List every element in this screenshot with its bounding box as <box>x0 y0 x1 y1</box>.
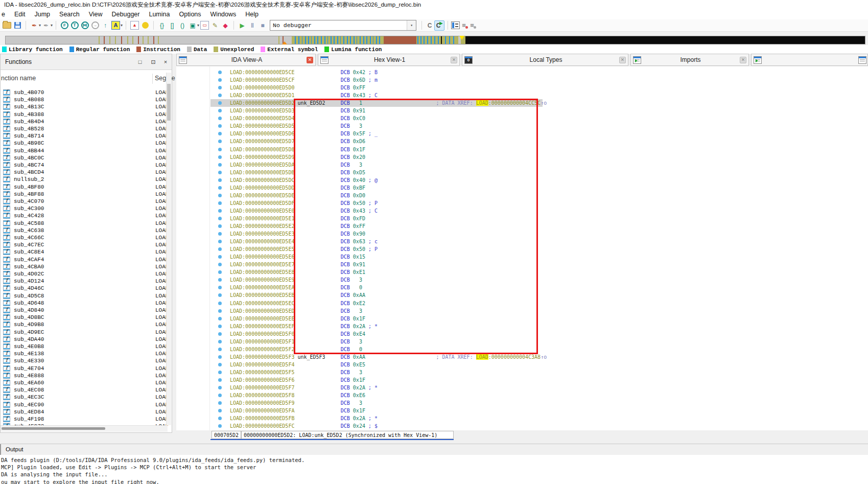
navigate-forward-icon[interactable]: ✒ <box>42 21 50 30</box>
function-row[interactable]: fsub_4EC90LOAD <box>1 402 168 409</box>
tab-local-types[interactable]: 0Local Types✕ <box>462 54 628 66</box>
function-name[interactable]: sub_4BC0C <box>14 155 44 161</box>
function-name[interactable]: sub_4E330 <box>14 358 44 364</box>
disassembly-line[interactable]: LOAD:00000000000ED5F7 DCB 0x2A ; * <box>230 384 378 391</box>
tab-label[interactable]: IDA View-A <box>187 56 307 63</box>
function-row[interactable]: fsub_4BF80LOAD <box>1 184 168 191</box>
column-function-name[interactable]: nction name <box>1 75 36 82</box>
disassembly-view[interactable]: LOAD:00000000000ED5CE DCB 0x42 ; BLOAD:0… <box>176 66 868 430</box>
function-name[interactable]: sub_4B4D4 <box>14 119 44 125</box>
function-row[interactable]: fsub_4CAF4LOAD <box>1 257 168 264</box>
disassembly-line[interactable]: LOAD:00000000000ED5F9 DCB 3 <box>230 399 365 407</box>
disassembly-line[interactable]: LOAD:00000000000ED5F5 DCB 3 <box>230 368 365 376</box>
function-row[interactable]: fsub_4E704LOAD <box>1 365 168 373</box>
disassembly-line[interactable]: LOAD:00000000000ED5D1 DCB 0x43 ; C <box>230 91 378 99</box>
jump-to-address-icon[interactable]: # <box>60 21 68 30</box>
function-row[interactable]: fsub_4BF88LOAD <box>1 191 168 198</box>
text-representation-dropdown[interactable]: ▾ <box>121 23 123 28</box>
windows-list-icon[interactable] <box>451 21 460 29</box>
column-divider[interactable] <box>152 74 153 84</box>
function-name[interactable]: sub_4BB44 <box>14 148 44 154</box>
function-row[interactable]: fsub_4E888LOAD <box>1 373 168 380</box>
function-row[interactable]: fsub_4D8BCLOAD <box>1 314 168 321</box>
function-row[interactable]: fsub_4C588LOAD <box>1 220 168 227</box>
nav-band-segment[interactable] <box>465 36 865 44</box>
function-name[interactable]: sub_4B088 <box>14 97 44 103</box>
patch-program-icon[interactable]: ✎ <box>211 21 219 30</box>
function-name[interactable]: sub_4E138 <box>14 351 44 357</box>
function-row[interactable]: fsub_4C7ECLOAD <box>1 242 168 249</box>
window-list-icon[interactable] <box>858 56 866 64</box>
function-name[interactable]: sub_4E888 <box>14 373 44 379</box>
function-row[interactable]: fsub_4BC0CLOAD <box>1 155 168 162</box>
disassembly-line[interactable]: LOAD:00000000000ED5D0 DCB 0xFF <box>230 84 365 91</box>
function-chunks-icon[interactable]: () <box>178 21 186 30</box>
function-name[interactable]: sub_4C588 <box>14 220 44 226</box>
function-name[interactable]: sub_4D9B8 <box>14 321 44 328</box>
navigate-back-icon[interactable]: ✒ <box>30 21 38 30</box>
float-panel-icon[interactable]: ⊡ <box>149 58 157 66</box>
tab-extra[interactable] <box>751 54 868 66</box>
function-name[interactable]: sub_4CBA0 <box>14 264 44 270</box>
function-name[interactable]: sub_4B388 <box>14 111 44 118</box>
function-name[interactable]: sub_4B528 <box>14 126 44 132</box>
function-row[interactable]: fsub_4D02CLOAD <box>1 271 168 278</box>
function-name[interactable]: sub_4EC08 <box>14 387 44 393</box>
scrollbar-thumb[interactable] <box>2 427 105 430</box>
function-name[interactable]: sub_4D648 <box>14 300 44 306</box>
jump-up-icon[interactable]: ↑ <box>101 21 109 30</box>
tab-imports[interactable]: Imports✕ <box>630 54 749 66</box>
function-name[interactable]: sub_4D8BC <box>14 314 44 320</box>
functions-vertical-scrollbar[interactable] <box>166 73 171 425</box>
function-name[interactable]: sub_4C070 <box>14 198 44 204</box>
function-name[interactable]: sub_4BC74 <box>14 162 44 168</box>
function-name[interactable]: sub_4C7EC <box>14 242 44 248</box>
function-row[interactable]: fsub_4B388LOAD <box>1 111 168 119</box>
function-name[interactable]: sub_4DA40 <box>14 336 44 342</box>
stop-analysis-icon[interactable]: ◆ <box>221 21 229 30</box>
functions-column-header[interactable]: nction name Segme <box>1 73 172 85</box>
menu-item-debugger[interactable]: Debugger <box>107 11 145 18</box>
chevron-down-icon[interactable]: ▾ <box>407 20 416 30</box>
open-pseudocode-icon[interactable]: C <box>425 21 434 30</box>
disassembly-line[interactable]: LOAD:00000000000ED5FB DCB 0x2A ; * <box>230 414 378 422</box>
menu-item-view[interactable]: View <box>84 11 107 18</box>
functions-list[interactable]: fsub_4B070LOADfsub_4B088LOADfsub_4B13CLO… <box>1 86 168 426</box>
close-tab-icon[interactable]: ✕ <box>307 57 313 63</box>
function-row[interactable]: fsub_4E330LOAD <box>1 358 168 365</box>
function-row[interactable]: fsub_4BCD4LOAD <box>1 169 168 176</box>
disassembly-line[interactable]: LOAD:00000000000ED5F6 DCB 0x1F <box>230 376 365 384</box>
text-representation-icon[interactable]: A <box>111 21 120 30</box>
menu-item-help[interactable]: Help <box>241 11 263 18</box>
function-row[interactable]: fsub_4D840LOAD <box>1 307 168 314</box>
disassembly-line[interactable]: LOAD:00000000000ED5CE DCB 0x42 ; B <box>230 68 378 76</box>
jump-to-name-icon[interactable]: T <box>71 21 79 30</box>
maximize-panel-icon[interactable]: □ <box>136 58 144 66</box>
function-row[interactable]: fsub_4D46CLOAD <box>1 285 168 292</box>
function-row[interactable]: fsub_4B98CLOAD <box>1 140 168 147</box>
close-tab-icon[interactable]: ✕ <box>619 57 626 63</box>
function-name[interactable]: sub_4C66C <box>14 235 44 241</box>
script-snippets-icon[interactable]: ≡ <box>468 22 476 29</box>
function-row[interactable]: fsub_4E138LOAD <box>1 351 168 358</box>
output-panel-header[interactable]: Output <box>0 444 868 455</box>
function-row[interactable]: fsub_4D124LOAD <box>1 278 168 285</box>
save-icon[interactable] <box>13 21 21 30</box>
function-name[interactable]: sub_4C428 <box>14 213 44 219</box>
start-debugger-icon[interactable]: ▶ <box>238 21 246 30</box>
function-name[interactable]: sub_4ED84 <box>14 409 44 415</box>
function-row[interactable]: fsub_4D9ECLOAD <box>1 329 168 336</box>
function-row[interactable]: fsub_4C428LOAD <box>1 213 168 220</box>
function-name[interactable]: sub_4D02C <box>14 271 44 277</box>
navigation-band[interactable] <box>5 36 865 44</box>
function-name[interactable]: sub_4BF88 <box>14 191 44 197</box>
disassembly-line[interactable]: LOAD:00000000000ED5FC DCB 0x24 ; $ <box>230 422 378 430</box>
function-row[interactable]: fsub_4EC08LOAD <box>1 387 168 394</box>
demangle-names-icon[interactable]: ▲ <box>130 21 139 30</box>
disassembly-line[interactable]: LOAD:00000000000ED5F4 DCB 0xE5 <box>230 361 365 368</box>
function-row[interactable]: fsub_4CBA0LOAD <box>1 264 168 271</box>
edit-function-icon[interactable]: [] <box>168 21 176 30</box>
tab-label[interactable]: Local Types <box>473 56 619 63</box>
menu-item-e[interactable]: e <box>0 11 10 18</box>
output-log[interactable]: DA feeds plugin (D:/tools/IDA/IDA Profes… <box>0 455 868 484</box>
